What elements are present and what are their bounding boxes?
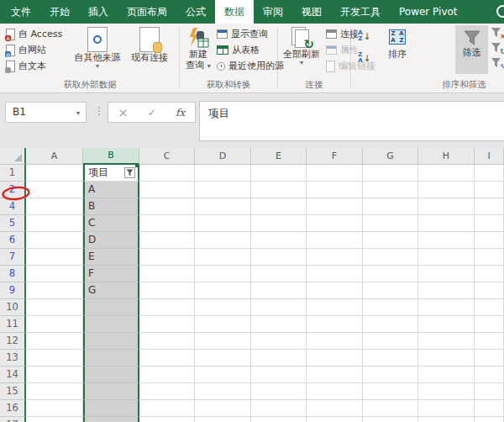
cell-E4[interactable] (251, 198, 307, 215)
cell-H9[interactable] (418, 282, 475, 299)
column-header-C[interactable]: C (139, 148, 195, 165)
cell-B1[interactable]: 项目 (83, 165, 139, 182)
cell-C7[interactable] (139, 249, 195, 266)
cell-F12[interactable] (307, 333, 363, 350)
cell-G7[interactable] (363, 249, 418, 266)
cell-G5[interactable] (363, 215, 418, 232)
cell-E6[interactable] (251, 232, 307, 249)
cell-C10[interactable] (139, 299, 195, 316)
column-header-H[interactable]: H (418, 148, 475, 165)
cell-D15[interactable] (195, 383, 251, 400)
cell-A2[interactable] (26, 182, 83, 198)
cell-F17[interactable] (307, 417, 363, 422)
column-header-F[interactable]: F (307, 148, 363, 165)
select-all-corner[interactable] (0, 148, 26, 165)
cell-I4[interactable] (475, 198, 504, 215)
cell-E13[interactable] (251, 350, 307, 367)
cell-E9[interactable] (251, 282, 307, 299)
cell-I16[interactable] (475, 400, 504, 417)
ribbon-tab-Power Pivot[interactable]: Power Pivot (390, 0, 467, 24)
cell-E7[interactable] (251, 249, 307, 266)
cell-H12[interactable] (418, 333, 475, 350)
cell-I12[interactable] (475, 333, 504, 350)
cell-D5[interactable] (195, 215, 251, 232)
cell-H13[interactable] (418, 350, 475, 367)
cell-B2[interactable]: A (83, 182, 139, 198)
column-header-E[interactable]: E (251, 148, 307, 165)
show-queries-button[interactable]: 显示查询 (217, 27, 268, 41)
cell-H17[interactable] (418, 417, 475, 422)
cell-C13[interactable] (139, 350, 195, 367)
row-header-16[interactable]: 16 (0, 400, 26, 417)
cell-B16[interactable] (83, 400, 139, 417)
cell-C6[interactable] (139, 232, 195, 249)
cell-G4[interactable] (363, 198, 418, 215)
cell-A10[interactable] (26, 299, 83, 316)
cell-D13[interactable] (195, 350, 251, 367)
cell-I5[interactable] (475, 215, 504, 232)
cell-C8[interactable] (139, 266, 195, 282)
cell-F1[interactable] (307, 165, 363, 182)
cell-D4[interactable] (195, 198, 251, 215)
cell-A12[interactable] (26, 333, 83, 350)
cell-B12[interactable] (83, 333, 139, 350)
cell-G12[interactable] (363, 333, 418, 350)
cell-G15[interactable] (363, 383, 418, 400)
cell-D17[interactable] (195, 417, 251, 422)
confirm-entry-icon[interactable]: ✓ (148, 107, 156, 119)
ribbon-tab-审阅[interactable]: 审阅 (254, 0, 292, 24)
cell-A11[interactable] (26, 316, 83, 333)
cell-B13[interactable] (83, 350, 139, 367)
row-header-15[interactable]: 15 (0, 383, 26, 400)
formula-bar-handle-icon[interactable]: ⋮ (94, 105, 104, 117)
cell-E8[interactable] (251, 266, 307, 282)
cell-A14[interactable] (26, 367, 83, 383)
cell-C12[interactable] (139, 333, 195, 350)
cell-F4[interactable] (307, 198, 363, 215)
cell-F14[interactable] (307, 367, 363, 383)
cell-D2[interactable] (195, 182, 251, 198)
recent-sources-button[interactable]: 最近使用的源 (217, 59, 284, 73)
sort-button[interactable]: Z AA Z 排序 (378, 25, 417, 77)
cell-G6[interactable] (363, 232, 418, 249)
cell-A9[interactable] (26, 282, 83, 299)
ribbon-tab-开发工具[interactable]: 开发工具 (331, 0, 390, 24)
cell-H6[interactable] (418, 232, 475, 249)
cell-I9[interactable] (475, 282, 504, 299)
cell-E5[interactable] (251, 215, 307, 232)
sort-descending-button[interactable]: ZA ↓ (355, 49, 374, 67)
cell-H15[interactable] (418, 383, 475, 400)
ribbon-tab-页面布局[interactable]: 页面布局 (118, 0, 176, 24)
cell-E1[interactable] (251, 165, 307, 182)
reapply-filter-button[interactable]: ↻ (491, 41, 504, 55)
cell-C15[interactable] (139, 383, 195, 400)
row-header-7[interactable]: 7 (0, 249, 26, 266)
cell-H14[interactable] (418, 367, 475, 383)
formula-input[interactable]: 项目 (199, 101, 504, 141)
from-web-button[interactable]: ◍ 自网站 (6, 43, 46, 57)
column-header-B[interactable]: B (83, 148, 139, 165)
cell-A13[interactable] (26, 350, 83, 367)
cell-C9[interactable] (139, 282, 195, 299)
cell-B15[interactable] (83, 383, 139, 400)
cell-C4[interactable] (139, 198, 195, 215)
row-header-4[interactable]: 4 (0, 198, 26, 215)
cell-D12[interactable] (195, 333, 251, 350)
from-text-button[interactable]: 自文本 (6, 59, 46, 73)
cell-B11[interactable] (83, 316, 139, 333)
row-header-12[interactable]: 12 (0, 333, 26, 350)
cell-G14[interactable] (363, 367, 418, 383)
cell-C17[interactable] (139, 417, 195, 422)
new-query-button[interactable]: 新建 查询 ▾ (181, 25, 215, 77)
row-header-5[interactable]: 5 (0, 215, 26, 232)
cell-H4[interactable] (418, 198, 475, 215)
row-header-11[interactable]: 11 (0, 316, 26, 333)
cell-D14[interactable] (195, 367, 251, 383)
cell-H5[interactable] (418, 215, 475, 232)
cell-B10[interactable] (83, 299, 139, 316)
cell-B4[interactable]: B (83, 198, 139, 215)
cell-I10[interactable] (475, 299, 504, 316)
cell-A1[interactable] (26, 165, 83, 182)
cell-C11[interactable] (139, 316, 195, 333)
cell-I7[interactable] (475, 249, 504, 266)
